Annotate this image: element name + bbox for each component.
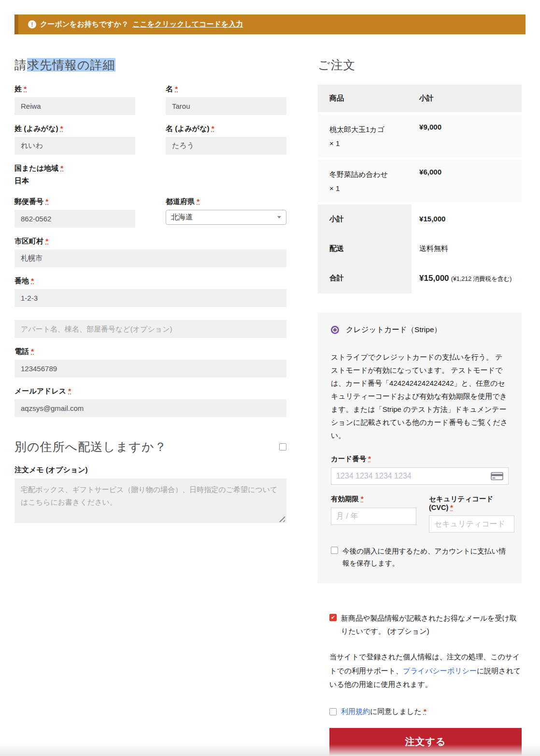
subtotal-label: 小計 <box>318 204 412 234</box>
expiry-input[interactable] <box>336 512 436 521</box>
address1-label: 番地 * <box>14 276 286 286</box>
ship-to-different-checkbox[interactable] <box>279 443 286 451</box>
radio-selected-icon[interactable] <box>331 326 339 334</box>
required-asterisk: * <box>175 85 178 93</box>
save-payment-row: 今後の購入に使用するため、アカウントに支払い情報を保存します。 <box>318 533 522 569</box>
billing-title-selected-text: 求先情報の詳細 <box>27 58 115 72</box>
prefecture-label-text: 都道府県 <box>166 197 195 205</box>
newsletter-row: ✔ 新商品や製品情報が記載されたお得なメールを受け取りたいです。 (オプション) <box>329 611 522 638</box>
first-name-label: 名 * <box>166 85 286 94</box>
info-icon: ! <box>28 20 36 29</box>
coupon-text: クーポンをお持ちですか？ <box>40 20 128 29</box>
chevron-down-icon <box>277 216 281 218</box>
privacy-policy-link[interactable]: プライバシーポリシー <box>403 667 477 675</box>
terms-label: 利用規約に同意しました * <box>341 707 426 716</box>
order-totals: 小計 ¥15,000 配送 送料無料 合計 ¥15,000 (¥1,212 消費… <box>318 204 522 293</box>
shipping-label: 配送 <box>318 234 412 263</box>
address1-input[interactable] <box>14 289 286 307</box>
required-asterisk: * <box>68 387 71 395</box>
required-asterisk: * <box>450 504 453 511</box>
total-tax-note: (¥1,212 消費税を含む) <box>451 276 512 282</box>
address2-field <box>14 320 286 338</box>
expiry-field: 有効期限 * <box>331 494 416 533</box>
expiry-label: 有効期限 * <box>331 494 416 504</box>
first-name-input[interactable] <box>166 97 286 115</box>
card-number-input[interactable] <box>336 472 487 480</box>
email-field: メールアドレス * <box>14 387 286 417</box>
country-value: 日本 <box>14 176 286 186</box>
cvc-field: セキュリティコード (CVC) * <box>429 494 514 533</box>
terms-row: 利用規約に同意しました * <box>329 707 522 716</box>
newsletter-checkbox[interactable]: ✔ <box>329 614 337 621</box>
subtotal-value: ¥15,000 <box>412 204 522 234</box>
city-label-text: 市区町村 <box>14 237 43 245</box>
last-kana-label-text: 姓 (よみがな) <box>14 124 58 132</box>
email-label-text: メールアドレス <box>14 387 66 395</box>
billing-title-plain: 請 <box>14 58 27 72</box>
prefecture-select[interactable]: 北海道 <box>166 210 286 225</box>
cvc-label: セキュリティコード (CVC) * <box>429 494 514 511</box>
last-name-label: 姓 * <box>14 85 135 94</box>
card-number-label-text: カード番号 <box>331 455 366 463</box>
order-review-table: 商品 小計 桃太郎大玉1カゴ × 1 ¥9,000 冬野菜詰め合わせ × 1 ¥ <box>318 85 522 293</box>
product-column-header: 商品 <box>318 94 412 103</box>
first-kana-label-text: 名 (よみがな) <box>166 124 210 132</box>
terms-checkbox[interactable] <box>329 708 337 715</box>
total-label: 合計 <box>318 263 412 293</box>
ship-to-different-title: 別の住所へ配送しますか？ <box>14 439 167 455</box>
postcode-field: 郵便番号 * <box>14 197 135 228</box>
order-item-name: 冬野菜詰め合わせ × 1 <box>318 168 412 195</box>
expiry-label-text: 有効期限 <box>331 495 359 503</box>
last-kana-input[interactable] <box>14 137 135 155</box>
first-name-field: 名 * <box>166 85 286 115</box>
required-asterisk: * <box>45 237 48 245</box>
last-name-input[interactable] <box>14 97 135 115</box>
postcode-input[interactable] <box>14 210 135 228</box>
order-item-price: ¥9,000 <box>412 123 522 150</box>
item-name-text: 桃太郎大玉1カゴ <box>329 125 384 133</box>
save-payment-label: 今後の購入に使用するため、アカウントに支払い情報を保存します。 <box>342 545 509 569</box>
first-kana-input[interactable] <box>166 137 286 155</box>
privacy-text: 当サイトで登録された個人情報は、注文の処理、このサイトでの利用サポート、プライバ… <box>329 650 522 692</box>
postcode-label: 郵便番号 * <box>14 197 135 206</box>
required-asterisk: * <box>212 124 214 132</box>
order-item-row: 桃太郎大玉1カゴ × 1 ¥9,000 <box>318 115 522 157</box>
address2-input[interactable] <box>14 320 286 338</box>
card-number-label: カード番号 * <box>331 454 509 464</box>
order-table-header: 商品 小計 <box>318 85 522 112</box>
terms-link[interactable]: 利用規約 <box>341 707 370 715</box>
last-name-field: 姓 * <box>14 85 135 115</box>
order-notes-textarea[interactable] <box>14 479 286 523</box>
shipping-value: 送料無料 <box>412 234 522 263</box>
required-asterisk: * <box>60 124 63 132</box>
kana-row: 姓 (よみがな) * 名 (よみがな) * <box>14 124 286 164</box>
billing-title: 請求先情報の詳細 <box>14 57 286 73</box>
prefecture-selected-value: 北海道 <box>171 213 193 222</box>
save-payment-checkbox[interactable] <box>331 547 338 554</box>
coupon-link[interactable]: ここをクリックしてコードを入力 <box>132 20 243 29</box>
payment-method-row[interactable]: クレジットカード（Stripe） <box>318 313 522 346</box>
payment-method-label: クレジットカード（Stripe） <box>346 325 441 335</box>
phone-label: 電話 * <box>14 347 286 356</box>
postcode-row: 郵便番号 * 都道府県 * 北海道 <box>14 197 286 237</box>
order-item-name: 桃太郎大玉1カゴ × 1 <box>318 123 412 150</box>
subtotal-column-header: 小計 <box>412 94 522 103</box>
email-input[interactable] <box>14 399 286 417</box>
cvc-input-wrap <box>429 515 514 533</box>
last-name-label-text: 姓 <box>14 85 22 93</box>
cvc-input[interactable] <box>434 520 534 528</box>
postcode-label-text: 郵便番号 <box>14 197 43 205</box>
shipping-row: 配送 送料無料 <box>318 234 522 263</box>
expiry-input-wrap <box>331 508 416 525</box>
total-row: 合計 ¥15,000 (¥1,212 消費税を含む) <box>318 263 522 293</box>
last-kana-field: 姓 (よみがな) * <box>14 124 135 155</box>
order-notes-label: 注文メモ (オプション) <box>14 465 286 475</box>
card-number-input-wrap <box>331 467 509 485</box>
last-kana-label: 姓 (よみがな) * <box>14 124 135 133</box>
first-kana-field: 名 (よみがな) * <box>166 124 286 155</box>
city-input[interactable] <box>14 249 286 267</box>
order-item-row: 冬野菜詰め合わせ × 1 ¥6,000 <box>318 160 522 202</box>
phone-input[interactable] <box>14 360 286 378</box>
required-asterisk: * <box>31 347 34 355</box>
required-asterisk: * <box>60 164 63 172</box>
